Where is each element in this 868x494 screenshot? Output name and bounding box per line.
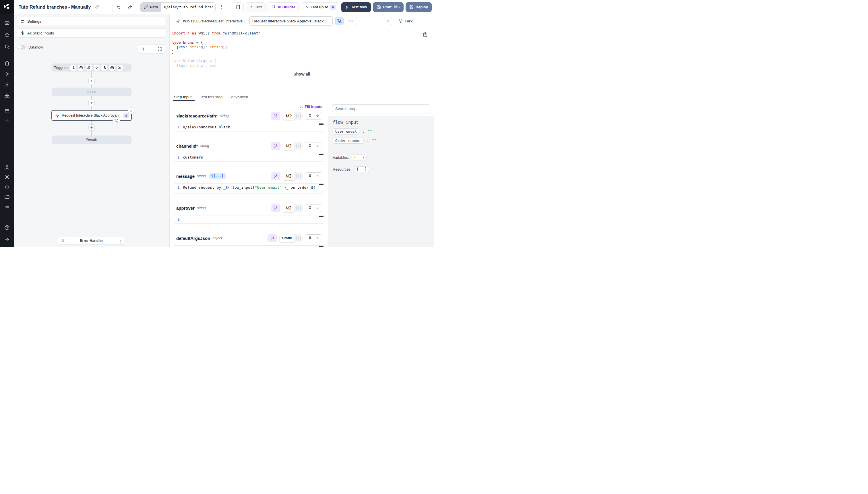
sidebar-item-ai-assistant[interactable]	[2, 182, 12, 191]
path-input[interactable]	[161, 3, 215, 12]
fill-inputs-button[interactable]: Fill inputs	[299, 104, 322, 109]
sidebar-item-search[interactable]	[2, 42, 12, 51]
dataflow-toggle[interactable]	[18, 45, 25, 50]
suspend-approval-badge[interactable]	[113, 117, 120, 124]
sidebar-item-folders[interactable]	[2, 192, 12, 201]
ai-builder-button[interactable]: AI Builder	[268, 2, 299, 12]
schedule-trigger-button[interactable]	[78, 64, 84, 71]
http-route-trigger-button[interactable]	[86, 64, 92, 71]
edit-title-icon[interactable]	[95, 5, 99, 10]
sidebar-item-home[interactable]	[2, 59, 12, 68]
resources-chip[interactable]: {...}	[354, 166, 369, 172]
field-value-editor[interactable]: 1	[174, 215, 324, 224]
zoom-in-button[interactable]	[141, 47, 146, 51]
search-prop-input[interactable]	[332, 104, 430, 113]
connect-input-button[interactable]	[305, 172, 322, 180]
sidebar-item-account[interactable]	[2, 163, 12, 172]
tab-advanced[interactable]: Advanced	[231, 93, 248, 101]
static-mode-button[interactable]: Static	[280, 234, 295, 242]
sidebar-item-favorites[interactable]	[2, 30, 12, 39]
docs-button[interactable]	[233, 2, 244, 12]
field-type: string	[200, 144, 209, 148]
ai-fill-field-button[interactable]	[271, 112, 280, 120]
poll-trigger-button[interactable]	[117, 64, 123, 71]
flow-settings-button[interactable]: Settings	[17, 17, 166, 26]
more-menu-button[interactable]	[218, 2, 225, 12]
connect-input-button[interactable]	[305, 234, 322, 242]
undo-button[interactable]	[113, 2, 124, 12]
connect-input-button[interactable]	[305, 112, 322, 120]
add-step-before-input-button[interactable]	[88, 78, 95, 84]
add-error-handler-button[interactable]	[118, 238, 123, 244]
sidebar-item-settings[interactable]	[2, 172, 12, 182]
ai-fill-field-button[interactable]	[268, 234, 277, 242]
ai-fill-field-button[interactable]	[271, 172, 280, 180]
function-mode-button[interactable]: ƒ	[295, 235, 302, 242]
flow-input-node[interactable]: Input	[52, 88, 132, 96]
variables-chip[interactable]: {...}	[352, 154, 367, 160]
sidebar-item-expand-sidebar[interactable]	[2, 235, 12, 244]
windmill-logo[interactable]	[0, 0, 14, 14]
hub-script-path[interactable]: hub/11500/slack/request_interactive...	[183, 19, 246, 23]
field-value-editor[interactable]: 1Refund request by _${flow_input["User e…	[174, 183, 324, 193]
flow-canvas[interactable]: Dataflow Triggers Input	[14, 41, 169, 247]
redo-button[interactable]	[124, 2, 136, 12]
all-static-inputs-button[interactable]: All Static Inputs	[17, 28, 166, 38]
add-step-after-input-button[interactable]	[88, 100, 95, 106]
fit-view-button[interactable]	[158, 47, 162, 51]
tab-step-input[interactable]: Step Input	[174, 93, 192, 101]
copy-code-button[interactable]	[423, 32, 428, 37]
diff-button[interactable]: Diff	[246, 2, 265, 12]
ai-fill-field-button[interactable]	[271, 142, 280, 150]
sidebar-item-audit-logs[interactable]	[2, 202, 12, 211]
draft-button[interactable]: Draft⌘S	[373, 2, 403, 12]
test-up-to-button[interactable]: Test up toa	[301, 2, 339, 12]
zoom-out-button[interactable]	[150, 47, 154, 51]
sidebar-item-resources[interactable]	[2, 91, 12, 100]
code-editor[interactable]: import * as wmill from "windmill-client"…	[170, 27, 434, 72]
ai-fill-field-button[interactable]	[271, 204, 280, 212]
add-step-after-slack-button[interactable]	[88, 125, 95, 131]
websocket-trigger-button[interactable]	[94, 64, 100, 71]
deploy-button[interactable]: Deploy	[406, 2, 432, 12]
show-all-code-button[interactable]: Show all	[291, 70, 313, 78]
expression-mode-button[interactable]: ${}	[283, 142, 295, 150]
kafka-trigger-button[interactable]	[101, 64, 107, 71]
tab-test-this-step[interactable]: Test this step	[200, 93, 223, 101]
sidebar-item-help[interactable]	[2, 223, 12, 232]
function-mode-button[interactable]: ƒ	[295, 142, 302, 150]
expression-mode-button[interactable]: ${}	[283, 204, 295, 212]
function-mode-button[interactable]: ƒ	[295, 112, 302, 119]
delete-step-button[interactable]	[128, 108, 134, 114]
connect-input-button[interactable]	[305, 204, 322, 212]
step-summary-input[interactable]	[250, 16, 333, 25]
flow-input-root-label[interactable]: flow_input	[333, 120, 430, 125]
function-mode-button[interactable]: ƒ	[295, 205, 302, 212]
expression-mode-button[interactable]: ${}	[283, 172, 295, 180]
function-mode-button[interactable]: ƒ	[295, 173, 302, 180]
webhook-trigger-button[interactable]	[70, 64, 76, 71]
sidebar-item-workspace-switcher[interactable]	[2, 18, 12, 27]
sidebar-item-variables[interactable]	[2, 80, 12, 89]
slack-approval-step-node[interactable]: Request Interactive Slack Approval (... …	[52, 110, 132, 121]
prop-key-chip[interactable]: User email	[333, 128, 359, 134]
error-handler-node[interactable]: Error Handler	[58, 237, 125, 245]
expression-mode-button[interactable]: ${}	[283, 112, 295, 120]
editor-scrollbar-notch	[319, 184, 323, 185]
sidebar-item-create[interactable]	[2, 115, 12, 125]
field-value-editor[interactable]: 1customers	[174, 153, 324, 162]
flow-result-node[interactable]: Result	[52, 136, 132, 144]
email-trigger-button[interactable]	[109, 64, 115, 71]
tag-select[interactable]	[356, 17, 392, 25]
connect-input-button[interactable]	[305, 142, 322, 150]
line-number: 1	[174, 123, 183, 131]
test-flow-button[interactable]: Test flow	[341, 2, 371, 12]
field-value-editor[interactable]: 1u/alex/humorous_slack	[174, 123, 324, 131]
path-chip[interactable]: Path	[141, 3, 161, 12]
sidebar-item-schedules[interactable]	[2, 106, 12, 115]
field-value-editor[interactable]: 1	[174, 245, 324, 247]
suspend-settings-button[interactable]	[335, 17, 343, 25]
fork-button[interactable]: Fork	[399, 19, 413, 23]
sidebar-item-runs[interactable]	[2, 69, 12, 78]
prop-key-chip[interactable]: Order number	[333, 137, 364, 144]
